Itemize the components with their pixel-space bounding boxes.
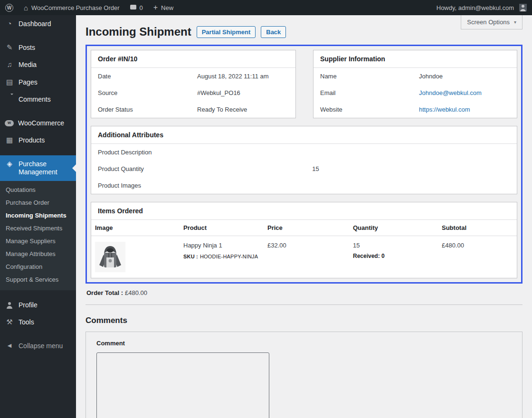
- page-title: Incoming Shipment: [86, 25, 191, 38]
- product-sku: SKU :HOODIE-HAPPY-NINJA: [183, 254, 260, 259]
- products-icon: ▦: [5, 136, 14, 144]
- sidebar-item-profile[interactable]: Profile: [0, 296, 76, 314]
- sidebar-item-woocommerce[interactable]: w WooCommerce: [0, 114, 76, 132]
- back-button[interactable]: Back: [261, 26, 286, 38]
- comment-textarea[interactable]: [96, 352, 269, 418]
- screen-options-button[interactable]: Screen Options ▾: [461, 15, 522, 29]
- product-name: Happy Ninja 1: [183, 242, 260, 249]
- supplier-panel: Supplier Information Name Johndoe Email …: [313, 50, 517, 118]
- supplier-email-link[interactable]: Johndoe@webkul.com: [419, 89, 482, 96]
- supplier-website-link[interactable]: https://webkul.com: [419, 106, 470, 113]
- row-value: Johndoe: [419, 73, 443, 80]
- order-supplier-row: Order #IN/10 Date August 18, 2022 11:11 …: [91, 50, 517, 118]
- order-total-value: £480.00: [125, 289, 147, 296]
- row-label: Source: [98, 89, 197, 96]
- comment-bubble-icon: [130, 5, 136, 10]
- admin-bar-comments[interactable]: 0: [125, 0, 148, 15]
- table-row: Happy Ninja 1 SKU :HOODIE-HAPPY-NINJA £3…: [91, 236, 517, 278]
- attribute-description-row: Product Description: [91, 144, 517, 161]
- sku-label: SKU :: [183, 254, 198, 259]
- sidebar-item-media[interactable]: ♫ Media: [0, 56, 76, 74]
- submenu-item-manage-attributes[interactable]: Manage Attributes: [0, 247, 76, 260]
- dashboard-icon: ◔: [5, 19, 14, 28]
- submenu-item-configuration[interactable]: Configuration: [0, 260, 76, 273]
- row-value: 15: [312, 165, 319, 172]
- attributes-panel-title: Additional Attributes: [91, 126, 517, 144]
- row-label: Website: [320, 106, 419, 113]
- sidebar-item-label: Pages: [19, 78, 38, 87]
- partial-shipment-button[interactable]: Partial Shipment: [197, 26, 256, 38]
- order-total-label: Order Total :: [86, 289, 123, 296]
- sidebar-item-comments[interactable]: Comments: [0, 91, 76, 108]
- column-header-product: Product: [180, 220, 264, 236]
- submenu-item-manage-suppliers[interactable]: Manage Suppliers: [0, 235, 76, 247]
- admin-bar: W ⌂ WooCommerce Purchase Order 0 + New H…: [0, 0, 532, 15]
- submenu-item-received-shipments[interactable]: Received Shipments: [0, 222, 76, 235]
- row-value: August 18, 2022 11:11 am: [197, 73, 269, 80]
- order-date-row: Date August 18, 2022 11:11 am: [91, 68, 295, 85]
- wordpress-logo-button[interactable]: W: [0, 0, 19, 15]
- row-label: Product Description: [98, 149, 312, 156]
- sidebar-item-label: Products: [19, 136, 45, 145]
- attribute-images-row: Product Images: [91, 177, 517, 194]
- item-image-cell: [91, 236, 180, 278]
- site-name-menu[interactable]: ⌂ WooCommerce Purchase Order: [19, 0, 125, 15]
- sidebar-item-label: Purchase Management: [19, 160, 72, 177]
- menu-separator: [0, 108, 76, 114]
- items-ordered-panel: Items Ordered Image Product Price Quanti…: [91, 202, 517, 278]
- menu-separator: [0, 33, 76, 39]
- menu-separator: [0, 149, 76, 155]
- sidebar-item-pages[interactable]: ▤ Pages: [0, 74, 76, 91]
- sidebar-item-products[interactable]: ▦ Products: [0, 132, 76, 149]
- submenu-item-purchase-order[interactable]: Purchase Order: [0, 196, 76, 209]
- sidebar-item-tools[interactable]: ⚒ Tools: [0, 314, 76, 331]
- received-count: Received: 0: [353, 253, 434, 259]
- comment-field-label: Comment: [96, 340, 512, 347]
- submenu-item-incoming-shipments[interactable]: Incoming Shipments: [0, 209, 76, 222]
- item-product-cell: Happy Ninja 1 SKU :HOODIE-HAPPY-NINJA: [180, 236, 264, 278]
- supplier-website-row: Website https://webkul.com: [314, 101, 517, 118]
- media-icon: ♫: [5, 60, 14, 69]
- posts-icon: ✎: [5, 43, 14, 52]
- new-label: New: [161, 4, 173, 11]
- wordpress-logo-icon: W: [5, 4, 13, 12]
- section-divider: [86, 304, 522, 305]
- supplier-email-row: Email Johndoe@webkul.com: [314, 85, 517, 101]
- sidebar-item-label: Posts: [19, 43, 35, 52]
- column-header-image: Image: [91, 220, 180, 236]
- sidebar-item-dashboard[interactable]: ◔ Dashboard: [0, 15, 76, 33]
- comments-count: 0: [140, 4, 143, 11]
- row-label: Product Quantity: [98, 165, 312, 172]
- sidebar-item-collapse-menu[interactable]: ◀ Collapse menu: [0, 337, 76, 355]
- row-label: Email: [320, 89, 419, 96]
- sidebar-item-label: Profile: [19, 301, 38, 310]
- home-icon: ⌂: [24, 4, 28, 11]
- item-quantity-cell: 15 Received: 0: [349, 236, 438, 278]
- additional-attributes-panel: Additional Attributes Product Descriptio…: [91, 126, 517, 194]
- plus-icon: +: [153, 4, 158, 11]
- row-label: Order Status: [98, 106, 197, 113]
- comments-panel: Comment: [86, 332, 522, 418]
- page-header: Incoming Shipment Partial Shipment Back: [86, 25, 522, 38]
- menu-separator: [0, 290, 76, 296]
- sidebar-item-purchase-management[interactable]: ◈ Purchase Management: [0, 155, 76, 181]
- menu-separator: [0, 331, 76, 337]
- product-image: [95, 242, 125, 272]
- collapse-arrow-icon: ◀: [5, 342, 14, 349]
- row-value: Ready To Receive: [197, 106, 247, 113]
- new-content-menu[interactable]: + New: [148, 0, 179, 15]
- sidebar-item-posts[interactable]: ✎ Posts: [0, 39, 76, 57]
- sidebar-item-label: Comments: [19, 95, 51, 104]
- purchase-management-icon: ◈: [5, 160, 14, 168]
- row-value: #Webkul_PO16: [197, 89, 240, 96]
- quantity-value: 15: [353, 242, 434, 249]
- submenu-item-quotations[interactable]: Quotations: [0, 183, 76, 196]
- screen-options-label: Screen Options: [467, 19, 510, 26]
- submenu-item-support-services[interactable]: Support & Services: [0, 273, 76, 286]
- row-label: Name: [320, 73, 419, 80]
- howdy-account-menu[interactable]: Howdy, admin@webkul.com: [431, 0, 532, 15]
- main-content: Screen Options ▾ Incoming Shipment Parti…: [76, 15, 532, 418]
- purchase-management-submenu: Quotations Purchase Order Incoming Shipm…: [0, 181, 76, 290]
- row-label: Product Images: [98, 182, 312, 189]
- column-header-subtotal: Subtotal: [438, 220, 517, 236]
